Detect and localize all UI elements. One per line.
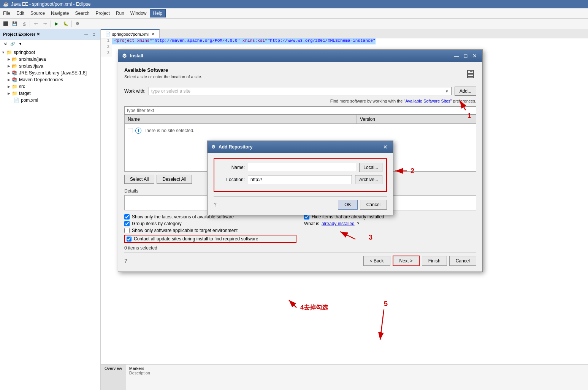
expand-arrow: ▶: [8, 57, 10, 61]
install-cancel-button[interactable]: Cancel: [449, 256, 476, 266]
toolbar-btn-1[interactable]: ⬛: [2, 20, 10, 28]
combo-arrow-icon: ▼: [445, 89, 449, 93]
next-button[interactable]: Next >: [393, 256, 420, 266]
name-label: Name:: [218, 165, 245, 170]
tab-overview[interactable]: Overview: [101, 365, 126, 390]
toolbar-btn-debug[interactable]: 🐛: [62, 20, 70, 28]
editor-tabs: 📄 springboot/pom.xml ✕: [101, 29, 588, 38]
toolbar-sep-3: [71, 21, 72, 27]
toolbar-btn-4[interactable]: ↩: [32, 20, 40, 28]
checkbox-latest[interactable]: [124, 214, 130, 219]
menu-project[interactable]: Project: [92, 9, 113, 17]
menu-navigate[interactable]: Navigate: [48, 9, 72, 17]
expand-arrow: ▶: [8, 71, 10, 75]
name-input[interactable]: [248, 163, 356, 172]
bottom-panels: Overview Markers Description: [101, 364, 588, 390]
project-explorer: Project Explorer ✕ — □ ⇲ 🔗 ▾ ▼ 📁 springb…: [0, 29, 101, 390]
finish-button[interactable]: Finish: [422, 256, 447, 266]
checkbox-group-category[interactable]: [124, 221, 130, 226]
expand-arrow: ▶: [8, 64, 10, 68]
code-line-1: 1 <project xmlns="http://maven.apache.or…: [101, 38, 588, 44]
menu-window[interactable]: Window: [127, 9, 150, 17]
expand-arrow: ▶: [8, 92, 10, 95]
no-site-msg: There is no site selected.: [144, 128, 194, 133]
maximize-btn[interactable]: □: [90, 31, 97, 38]
tree-item-src[interactable]: ▶ 📁 src: [0, 83, 100, 90]
toolbar-btn-6[interactable]: ⚙: [73, 20, 82, 28]
location-input[interactable]: [248, 175, 352, 184]
menu-search[interactable]: Search: [72, 9, 92, 17]
work-with-combo[interactable]: type or select a site ▼: [149, 87, 452, 95]
install-close-btn[interactable]: ✕: [471, 52, 479, 60]
checkbox-row-2: Group items by category: [124, 221, 296, 226]
toolbar-btn-3[interactable]: 🖨: [20, 20, 28, 28]
tree-item-pomxml[interactable]: 📄 pom.xml: [0, 97, 100, 104]
tree-item-target[interactable]: ▶ 📁 target: [0, 90, 100, 97]
toolbar-btn-run[interactable]: ▶: [52, 20, 61, 28]
computer-icon: 🖥: [464, 67, 476, 81]
available-software-sites-link[interactable]: "Available Software Sites": [404, 99, 452, 103]
toolbar-sep-1: [30, 21, 30, 27]
menu-run[interactable]: Run: [113, 9, 127, 17]
folder-icon: 📁: [12, 84, 17, 89]
toolbar-btn-5[interactable]: ↪: [41, 20, 49, 28]
install-minimize-btn[interactable]: —: [453, 52, 460, 60]
help-icon[interactable]: ?: [124, 258, 361, 264]
already-installed-link[interactable]: already installed: [322, 221, 355, 226]
tab-icon: 📄: [105, 32, 111, 36]
back-button[interactable]: < Back: [363, 256, 390, 266]
add-repo-title: ⚙ Add Repository ✕: [208, 141, 393, 153]
items-count: 0 items selected: [124, 245, 476, 251]
tree-item-springboot[interactable]: ▼ 📁 springboot: [0, 49, 100, 56]
checkbox-row-3: Show only software applicable to target …: [124, 228, 296, 233]
description-row: Description: [129, 371, 585, 375]
tree-item-main-java[interactable]: ▶ 📂 src/main/java: [0, 56, 100, 63]
no-site-checkbox[interactable]: [128, 128, 133, 133]
location-label: Location:: [218, 177, 245, 182]
menu-source[interactable]: Source: [27, 9, 48, 17]
add-button[interactable]: Add...: [455, 87, 476, 96]
editor-tab-pom[interactable]: 📄 springboot/pom.xml ✕: [101, 29, 160, 38]
select-all-button[interactable]: Select All: [124, 175, 154, 184]
bottom-content: Markers Description: [126, 365, 588, 390]
explorer-menu-btn[interactable]: ▾: [17, 40, 24, 47]
toolbar-btn-2[interactable]: 💾: [11, 20, 19, 28]
tree-item-test-java[interactable]: ▶ 📂 src/test/java: [0, 63, 100, 69]
work-with-label: Work with:: [124, 88, 146, 94]
expand-arrow: ▼: [2, 51, 5, 54]
col-name-header: Name: [125, 115, 357, 123]
ok-button[interactable]: OK: [338, 200, 357, 210]
folder-icon: 📂: [12, 57, 17, 62]
add-repo-close-btn[interactable]: ✕: [382, 143, 389, 151]
info-icon: ℹ: [135, 128, 141, 134]
archive-button[interactable]: Archive...: [355, 175, 382, 184]
expand-arrow: ▶: [8, 78, 10, 82]
find-more-row: Find more software by working with the "…: [124, 99, 476, 103]
project-explorer-header: Project Explorer ✕ — □: [0, 29, 100, 39]
main-toolbar: ⬛ 💾 🖨 ↩ ↪ ▶ 🐛 ⚙: [0, 19, 588, 29]
name-row: Name: Local...: [218, 163, 382, 172]
location-row: Location: Archive...: [218, 175, 382, 184]
add-repo-icon: ⚙: [211, 144, 216, 150]
collapse-all-btn[interactable]: ⇲: [2, 40, 8, 47]
tree-item-jre[interactable]: ▶ 📚 JRE System Library [JavaSE-1.8]: [0, 69, 100, 76]
local-button[interactable]: Local...: [359, 163, 382, 172]
link-editor-btn[interactable]: 🔗: [9, 40, 16, 47]
install-maximize-btn[interactable]: □: [462, 52, 469, 60]
filter-input[interactable]: [124, 106, 476, 115]
deselect-all-button[interactable]: Deselect All: [157, 175, 192, 184]
dialog-buttons: ? < Back Next > Finish Cancel: [124, 252, 476, 266]
minimize-btn[interactable]: —: [83, 31, 90, 38]
toolbar-sep-2: [51, 21, 51, 27]
folder-icon: 📁: [12, 91, 17, 96]
repo-help-icon[interactable]: ?: [214, 202, 336, 208]
checkbox-contact-sites[interactable]: [127, 237, 132, 242]
close-icon[interactable]: ✕: [152, 32, 155, 36]
checkbox-target-env[interactable]: [124, 228, 130, 233]
work-with-row: Work with: type or select a site ▼ Add..…: [124, 87, 476, 96]
tree-item-maven[interactable]: ▶ 📚 Maven Dependencies: [0, 76, 100, 83]
menu-edit[interactable]: Edit: [13, 9, 27, 17]
menu-file[interactable]: File: [0, 9, 13, 17]
repo-cancel-button[interactable]: Cancel: [360, 200, 387, 210]
menu-help[interactable]: Help: [150, 9, 166, 17]
